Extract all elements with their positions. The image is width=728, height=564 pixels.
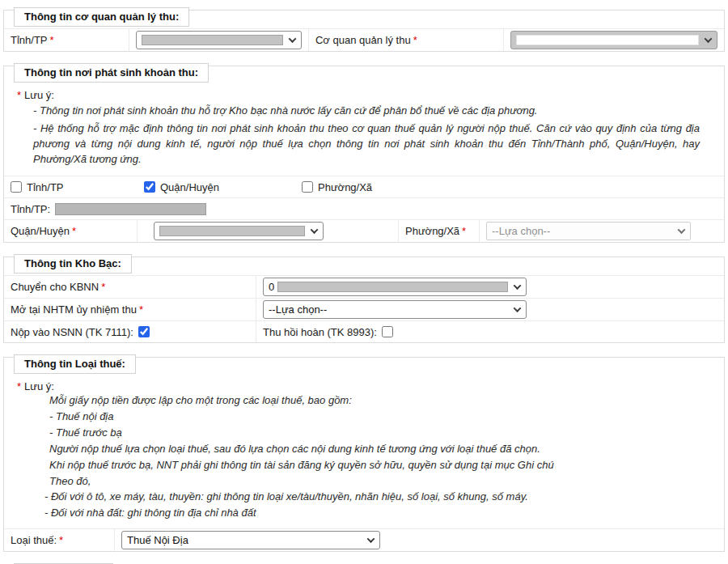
note-line: Theo đó, — [49, 474, 692, 490]
section-revenue-origin: Thông tin nơi phát sinh khoản thu: *Lưu … — [3, 66, 725, 243]
tax-type-row: Loại thuế: * Thuế Nội Địa — [4, 528, 724, 551]
redacted-value — [159, 226, 305, 236]
chevron-down-icon — [289, 35, 297, 43]
tax-type-notes: *Lưu ý: Mỗi giấy nộp tiền được lập cho m… — [4, 375, 724, 528]
note-line: Người nộp thuế lựa chọn loại thuế, sau đ… — [49, 442, 692, 457]
kbnn-label: Chuyển cho KBNN — [11, 281, 99, 293]
bank-select[interactable]: --Lựa chọn-- — [263, 300, 527, 319]
chevron-down-icon — [311, 227, 319, 235]
kbnn-row: Chuyển cho KBNN * 0 — [4, 275, 724, 298]
agency-select[interactable] — [510, 31, 717, 49]
note-line: - Thuế trước bạ — [49, 426, 692, 441]
note-line: - Thuế nội địa — [49, 409, 692, 425]
redacted-value — [142, 35, 283, 45]
chevron-down-icon — [514, 282, 522, 290]
chevron-down-icon — [367, 535, 375, 543]
section-title: Thông tin Kho Bạc: — [14, 254, 132, 274]
redacted-value — [277, 282, 508, 292]
section-title: Thông tin Loại thuế: — [14, 354, 136, 374]
kbnn-select[interactable]: 0 — [263, 278, 527, 296]
collecting-agency-row: Tỉnh/TP * Cơ quan quản lý thu * — [4, 28, 724, 51]
note-line: - Đối với nhà đất: ghi thông tin địa chỉ… — [44, 506, 692, 521]
required-mark: * — [72, 225, 76, 237]
origin-province-input[interactable] — [55, 203, 206, 215]
required-mark: * — [413, 34, 417, 46]
origin-level-checkbox-row: Tỉnh/TP Quận/Huyện Phường/Xã — [4, 176, 724, 197]
origin-district-label: Quận/Huyện — [11, 225, 70, 237]
required-mark: * — [59, 534, 63, 546]
required-mark: * — [139, 303, 143, 316]
treasury-checkbox-row: Nộp vào NSNN (TK 7111): Thu hồi hoàn (TK… — [4, 320, 724, 342]
section-treasury: Thông tin Kho Bạc: Chuyển cho KBNN * 0 M… — [3, 257, 725, 343]
chevron-down-icon — [678, 227, 686, 235]
required-mark: * — [462, 225, 466, 237]
revenue-origin-notes: *Lưu ý: - Thông tin nơi phát sinh khoản … — [4, 84, 724, 176]
section-title: Thông tin cơ quan quản lý thu: — [14, 7, 189, 27]
required-mark: * — [17, 380, 21, 392]
origin-ward-select[interactable]: --Lựa chọn-- — [486, 222, 691, 240]
bank-label: Mở tại NHTM ủy nhiệm thu — [11, 303, 137, 316]
note-line: - Đối với ô tô, xe máy, tàu, thuyền: ghi… — [44, 490, 692, 505]
district-checkbox-input[interactable] — [144, 181, 155, 193]
district-checkbox[interactable]: Quận/Huyện — [144, 181, 219, 193]
bank-row: Mở tại NHTM ủy nhiệm thu * --Lựa chọn-- — [4, 298, 724, 320]
required-mark: * — [50, 34, 54, 46]
origin-district-select[interactable] — [154, 222, 324, 240]
tax-type-select[interactable]: Thuế Nội Địa — [121, 531, 380, 549]
ward-checkbox-input[interactable] — [302, 181, 313, 193]
refund-checkbox-input[interactable] — [382, 326, 393, 337]
section-title: Thông tin nơi phát sinh khoản thu: — [14, 63, 209, 83]
note-line: Khi nộp thuế trước bạ, NNT phải ghi thôn… — [49, 458, 692, 473]
refund-checkbox[interactable]: Thu hồi hoàn (TK 8993): — [263, 326, 393, 338]
nsnn-checkbox[interactable]: Nộp vào NSNN (TK 7111): — [11, 326, 150, 338]
section-tax-type: Thông tin Loại thuế: *Lưu ý: Mỗi giấy nộ… — [3, 357, 725, 552]
province-checkbox-input[interactable] — [11, 181, 22, 193]
note-line: - Hệ thống hỗ trợ mặc định thông tin nơi… — [33, 121, 700, 168]
origin-province-row: Tỉnh/TP: — [4, 197, 724, 219]
required-mark: * — [17, 89, 21, 101]
redacted-value — [516, 35, 699, 45]
required-mark: * — [101, 281, 105, 293]
note-label: Lưu ý: — [24, 380, 54, 392]
province-label: Tỉnh/TP — [11, 34, 48, 46]
origin-district-ward-row: Quận/Huyện * Phường/Xã * --Lựa chọn-- — [4, 219, 724, 242]
note-label: Lưu ý: — [24, 89, 54, 101]
tax-type-label: Loại thuế: — [11, 534, 57, 546]
note-line: - Thông tin nơi phát sinh khoản thu hỗ t… — [33, 104, 700, 119]
chevron-down-icon — [705, 35, 713, 43]
section-collecting-agency: Thông tin cơ quan quản lý thu: Tỉnh/TP *… — [3, 10, 725, 52]
ward-checkbox[interactable]: Phường/Xã — [302, 181, 372, 193]
origin-ward-label: Phường/Xã — [405, 225, 459, 237]
chevron-down-icon — [514, 305, 522, 313]
note-line: Mỗi giấy nộp tiền được lập cho một trong… — [49, 393, 692, 409]
agency-label: Cơ quan quản lý thu — [315, 34, 411, 46]
province-select[interactable] — [136, 31, 302, 49]
origin-province-label: Tỉnh/TP: — [11, 203, 50, 215]
province-checkbox[interactable]: Tỉnh/TP — [11, 181, 64, 193]
nsnn-checkbox-input[interactable] — [138, 326, 150, 337]
